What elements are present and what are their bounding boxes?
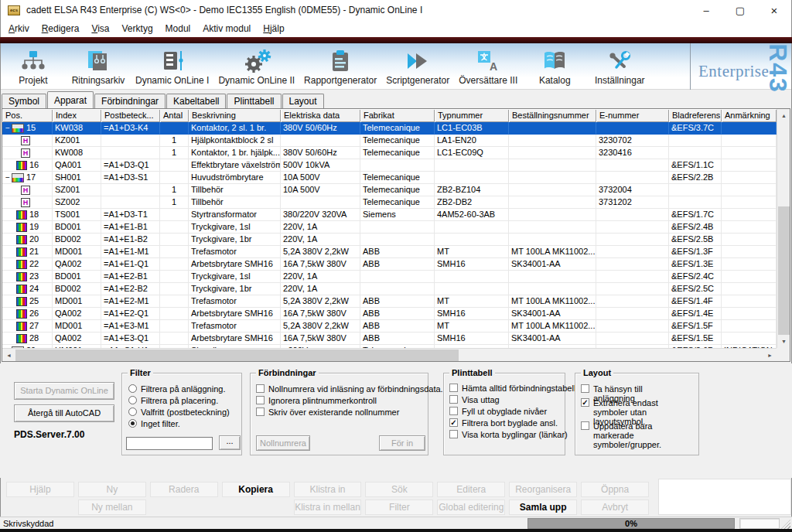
- menu-aktiv-modul[interactable]: Aktiv modul: [196, 22, 257, 36]
- vertical-scrollbar[interactable]: ▲ ▼: [777, 109, 790, 348]
- s-k-button[interactable]: Sök: [365, 482, 433, 497]
- menu-hj-lp[interactable]: Hjälp: [257, 22, 290, 36]
- checkbox-icon[interactable]: [449, 384, 458, 392]
- start-dynamic-online-button[interactable]: Starta Dynamic OnLine: [14, 382, 114, 400]
- checkbox-icon[interactable]: [449, 430, 458, 438]
- table-row[interactable]: 18TS001=A1+D3-T1Styrtransformator380/220…: [2, 209, 777, 221]
- terminal-option-h-mta-alltid-f-rbindningstabell[interactable]: Hämta alltid förbindningstabell: [449, 384, 575, 393]
- klistra-in-button[interactable]: Klistra in: [294, 482, 362, 497]
- checkbox-icon[interactable]: [256, 408, 265, 416]
- menu-redigera[interactable]: Redigera: [36, 22, 86, 36]
- katalog-toolbar-button[interactable]: Katalog: [522, 43, 587, 89]
- global-editering-button[interactable]: Global editering: [437, 500, 505, 515]
- column-header-fabrikat[interactable]: Fabrikat: [360, 109, 435, 122]
- menu-modul[interactable]: Modul: [159, 22, 197, 36]
- column-header-beskrivning[interactable]: Beskrivning: [189, 109, 281, 122]
- column-header-elektriska-data[interactable]: Elektriska data: [281, 109, 360, 122]
- table-row[interactable]: 16QA001=A1+D3-Q1Effektbrytare växelström…: [2, 159, 777, 172]
- rapportgenerator-toolbar-button[interactable]: Rapportgenerator: [299, 43, 381, 89]
- table-row[interactable]: HSZ0021TillbehörTelemecaniqueZB2-DB23731…: [2, 196, 777, 209]
- tab-layout[interactable]: Layout: [282, 94, 324, 108]
- close-icon[interactable]: ×: [757, 0, 791, 20]
- scroll-up-icon[interactable]: ▲: [777, 109, 790, 122]
- table-row[interactable]: 23BD001=A1+E2-B1Tryckgivare, 1sl220V, 1A…: [2, 271, 777, 283]
- column-header-best-llningsnummer[interactable]: Beställningsnummer: [509, 109, 596, 122]
- filter-button[interactable]: Filter: [365, 500, 433, 515]
- layout-option-uppdatera-bara-markerade-symboler-grupper[interactable]: Uppdatera bara markerade symboler/gruppe…: [581, 421, 685, 449]
- column-header-bladreferens[interactable]: Bladreferens: [669, 109, 722, 122]
- kopiera-button[interactable]: Kopiera: [222, 482, 290, 497]
- radio-icon[interactable]: [128, 384, 137, 393]
- filter-value-input[interactable]: [126, 437, 213, 450]
- table-row[interactable]: 20BD002=A1+E1-B2Tryckgivare, 1br220V, 1A…: [2, 234, 777, 246]
- radio-icon[interactable]: [128, 408, 137, 416]
- resize-grip-icon[interactable]: [781, 520, 790, 529]
- table-row[interactable]: 27MD001=A1+E3-M1Trefasmotor5,2A 380V 2,2…: [2, 320, 777, 332]
- checkbox-icon[interactable]: [581, 421, 589, 430]
- table-row[interactable]: −17SH001=A1+D3-S1Huvudströmbrytare10A 50…: [2, 172, 777, 184]
- reorganisera-button[interactable]: Reorganisera: [509, 482, 577, 497]
- filter-browse-button[interactable]: ...: [219, 435, 241, 450]
- tab-apparat[interactable]: Apparat: [47, 91, 94, 108]
- tab-plinttabell[interactable]: Plinttabell: [227, 94, 281, 108]
- ny-button[interactable]: Ny: [78, 482, 146, 497]
- ny-mellan-button[interactable]: Ny mellan: [78, 500, 146, 515]
- vscroll-thumb[interactable]: [778, 206, 790, 335]
- filter-option-filtrera-p-anl-ggning[interactable]: Filtrera på anläggning.: [128, 384, 225, 394]
- filter-option-filtrera-p-placering[interactable]: Filtrera på placering.: [128, 396, 218, 405]
- scriptgenerator-toolbar-button[interactable]: Scriptgenerator: [381, 43, 454, 89]
- hscroll-thumb[interactable]: [15, 350, 459, 361]
- column-header-index[interactable]: Index: [53, 109, 101, 122]
- radio-icon[interactable]: [128, 396, 137, 404]
- connections-option-ignorera-plintnummerkontroll[interactable]: Ignorera plintnummerkontroll: [256, 396, 377, 405]
- checkbox-icon[interactable]: [449, 407, 458, 415]
- table-row[interactable]: HKW0081Kontaktor, 1 br. hjälpk...380V 50…: [2, 147, 777, 159]
- terminal-option-visa-korta-byglingar-l-nkar[interactable]: Visa korta byglingar (länkar): [449, 430, 568, 439]
- minimize-icon[interactable]: –: [689, 0, 723, 20]
- tab-kabeltabell[interactable]: Kabeltabell: [166, 94, 226, 108]
- checkbox-icon[interactable]: [449, 395, 458, 404]
- column-header-typnummer[interactable]: Typnummer: [435, 109, 509, 122]
- for-in-button[interactable]: För in: [379, 435, 425, 451]
- connections-option-nollnumrera-vid-inl-sning-av-f-rbindningsdata[interactable]: Nollnumrera vid inläsning av förbindning…: [256, 384, 443, 394]
- terminal-option-visa-uttag[interactable]: Visa uttag: [449, 395, 500, 404]
- table-row[interactable]: 24BD002=A1+E2-B2Tryckgivare, 1br220V, 1A…: [2, 283, 777, 295]
- checkbox-icon[interactable]: [581, 384, 589, 393]
- table-row[interactable]: 25MD001=A1+E2-M1Trefasmotor5,2A 380V 2,2…: [2, 295, 777, 308]
- ppna-button[interactable]: Öppna: [581, 482, 649, 497]
- dynamic-online-ii-toolbar-button[interactable]: Dynamic OnLine II: [213, 43, 299, 89]
- checkbox-icon[interactable]: ✓: [449, 418, 458, 427]
- column-header-antal[interactable]: Antal: [160, 109, 189, 122]
- tab-f-rbindningar[interactable]: Förbindningar: [94, 94, 166, 108]
- scroll-down-icon[interactable]: ▼: [777, 335, 790, 348]
- checkbox-icon[interactable]: ✓: [581, 398, 589, 407]
- menu-verktyg[interactable]: Verktyg: [116, 22, 159, 36]
- connections-option-skriv-ver-existerande-nollnummer[interactable]: Skriv över existerande nollnummer: [256, 408, 399, 417]
- table-row[interactable]: HSZ0011Tillbehör10A 500VTelemecaniqueZB2…: [2, 184, 777, 196]
- menu-arkiv[interactable]: Arkiv: [2, 22, 36, 36]
- column-header-e-nummer[interactable]: E-nummer: [596, 109, 669, 122]
- vers-ttare-iii-toolbar-button[interactable]: AÖversättare III: [454, 43, 522, 89]
- table-row[interactable]: HKZ0011Hjälpkontaktblock 2 slTelemecaniq…: [2, 135, 777, 147]
- table-row[interactable]: 22QA002=A1+E1-Q1Arbetsbrytare SMH1616A 7…: [2, 258, 777, 271]
- collapse-icon[interactable]: −: [4, 123, 12, 134]
- horizontal-scrollbar[interactable]: ◄ ►: [2, 348, 777, 361]
- samla-upp-button[interactable]: Samla upp: [509, 500, 577, 515]
- radera-button[interactable]: Radera: [150, 482, 218, 497]
- checkbox-icon[interactable]: [256, 384, 265, 393]
- tab-symbol[interactable]: Symbol: [2, 94, 46, 108]
- maximize-icon[interactable]: ▢: [723, 0, 757, 20]
- column-header-anm-rkning[interactable]: Anmärkning: [722, 109, 777, 122]
- ritningsarkiv-toolbar-button[interactable]: Ritningsarkiv: [66, 43, 131, 89]
- table-row[interactable]: −15KW038=A1+D3-K4Kontaktor, 2 sl. 1 br.3…: [2, 122, 777, 135]
- checkbox-icon[interactable]: [256, 396, 265, 404]
- table-row[interactable]: 26QA002=A1+E2-Q1Arbetsbrytare SMH1616A 7…: [2, 308, 777, 320]
- hj-lp-button[interactable]: Hjälp: [6, 482, 74, 497]
- filter-option-inget-filter[interactable]: Inget filter.: [128, 419, 180, 428]
- table-row[interactable]: 19BD001=A1+E1-B1Tryckgivare, 1sl220V, 1A…: [2, 221, 777, 234]
- radio-icon[interactable]: [128, 419, 137, 428]
- scroll-right-icon[interactable]: ►: [763, 349, 777, 362]
- avbryt-button[interactable]: Avbryt: [581, 500, 649, 515]
- scroll-left-icon[interactable]: ◄: [2, 349, 15, 362]
- table-row[interactable]: 21MD001=A1+E1-M1Trefasmotor5,2A 380V 2,2…: [2, 246, 777, 258]
